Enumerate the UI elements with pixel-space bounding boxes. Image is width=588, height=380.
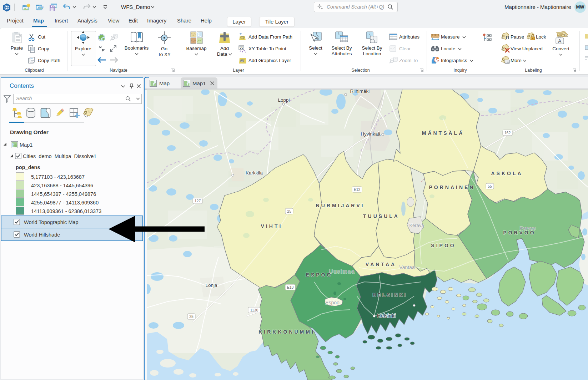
svg-text:Porvoo: Porvoo — [520, 226, 536, 231]
svg-text:A: A — [558, 38, 562, 44]
svg-text:Vantaa: Vantaa — [399, 264, 415, 270]
svg-text:E18: E18 — [287, 285, 294, 289]
svg-text:XY: XY — [240, 47, 243, 50]
svg-text:Espoo: Espoo — [325, 300, 340, 305]
svg-text:Lohja: Lohja — [205, 283, 217, 288]
svg-text:VANTAA: VANTAA — [366, 262, 396, 267]
svg-text:E12: E12 — [354, 187, 361, 192]
svg-text:NURMIJÄRVI: NURMIJÄRVI — [316, 203, 365, 208]
svg-text:HELSINKI: HELSINKI — [373, 292, 407, 298]
svg-text:25: 25 — [189, 314, 194, 319]
svg-text:PORNAINEN: PORNAINEN — [429, 184, 475, 190]
svg-text:127: 127 — [195, 199, 201, 203]
svg-text:Helsinki: Helsinki — [377, 313, 396, 319]
svg-text:Uusimaa: Uusimaa — [329, 268, 355, 274]
svg-text:Hyvinkää: Hyvinkää — [361, 131, 381, 137]
svg-text:1130: 1130 — [250, 308, 258, 312]
svg-text:MÄNTSÄLÄ: MÄNTSÄLÄ — [422, 130, 464, 136]
svg-text:Kerava: Kerava — [409, 223, 424, 228]
svg-text:SIPOO: SIPOO — [431, 243, 456, 248]
svg-text:ESPOO: ESPOO — [306, 272, 333, 278]
svg-text:Riihimäki: Riihimäki — [350, 90, 370, 94]
svg-text:VIHTI: VIHTI — [261, 223, 283, 229]
svg-text:55: 55 — [488, 184, 492, 188]
svg-text:ASKOLA: ASKOLA — [491, 171, 523, 176]
svg-text:KIRKKONUMMI: KIRKKONUMMI — [258, 329, 315, 335]
svg-text:Karkkila: Karkkila — [246, 170, 263, 176]
svg-text:Loppi: Loppi — [278, 97, 290, 103]
svg-text:TUUSULA: TUUSULA — [363, 213, 399, 219]
svg-text:162: 162 — [504, 131, 511, 135]
svg-text:25: 25 — [287, 209, 291, 213]
